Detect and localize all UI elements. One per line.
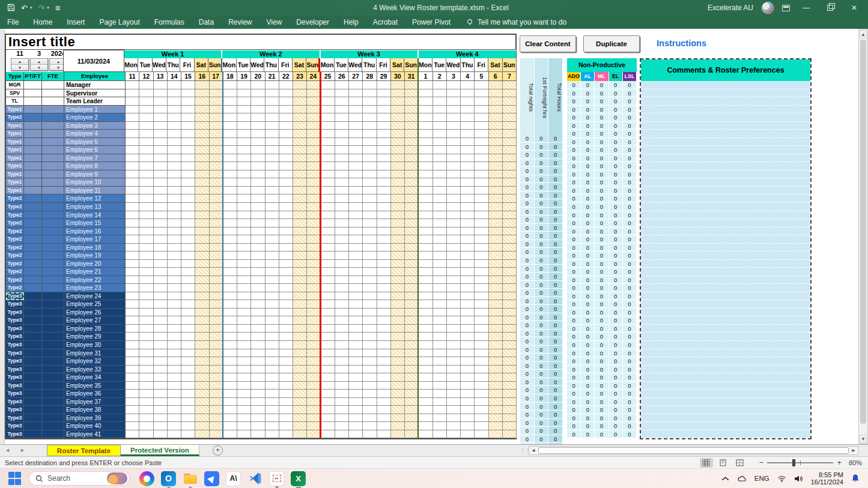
- fte-cell[interactable]: [42, 162, 64, 170]
- shift-cell[interactable]: [237, 97, 251, 106]
- nonproductive-value-cell[interactable]: 0: [595, 260, 609, 268]
- day-name-cell[interactable]: Sat: [293, 58, 306, 72]
- shift-cell[interactable]: [223, 366, 237, 374]
- shift-cell[interactable]: [139, 300, 153, 309]
- shift-cell[interactable]: [139, 154, 153, 163]
- totals-value-cell[interactable]: 0: [535, 151, 549, 159]
- comment-row[interactable]: [641, 138, 810, 146]
- shift-cell[interactable]: [391, 203, 405, 211]
- type-cell[interactable]: Type3: [6, 300, 24, 309]
- shift-cell[interactable]: [266, 292, 279, 301]
- fte-cell[interactable]: [42, 414, 64, 423]
- ptft-cell[interactable]: [24, 349, 42, 358]
- spin-up-icon[interactable]: ▲: [11, 59, 28, 65]
- shift-cell[interactable]: [293, 325, 307, 333]
- shift-cell[interactable]: [377, 194, 391, 203]
- nonproductive-value-cell[interactable]: 0: [595, 300, 609, 309]
- date-cell[interactable]: 29: [377, 72, 391, 81]
- shift-cell[interactable]: [489, 325, 503, 333]
- vertical-scrollbar[interactable]: ▲ ▼: [858, 29, 868, 444]
- shift-cell[interactable]: [419, 106, 432, 114]
- nonproductive-value-cell[interactable]: 0: [623, 194, 637, 203]
- totals-value-cell[interactable]: 0: [548, 265, 563, 273]
- shift-cell[interactable]: [433, 292, 447, 301]
- totals-value-cell[interactable]: 0: [520, 305, 535, 313]
- shift-cell[interactable]: [223, 300, 237, 309]
- employee-name-cell[interactable]: Employee 8: [64, 162, 126, 170]
- shift-cell[interactable]: [405, 268, 419, 276]
- shift-cell[interactable]: [419, 341, 432, 349]
- shift-cell[interactable]: [433, 316, 447, 325]
- shift-cell[interactable]: [391, 349, 405, 358]
- shift-cell[interactable]: [377, 406, 391, 414]
- nonproductive-value-cell[interactable]: 0: [595, 422, 609, 430]
- shift-cell[interactable]: [503, 244, 517, 252]
- shift-cell[interactable]: [363, 325, 377, 333]
- shift-cell[interactable]: [475, 268, 488, 276]
- shift-cell[interactable]: [475, 194, 488, 203]
- ptft-cell[interactable]: [24, 227, 42, 236]
- shift-cell[interactable]: [433, 349, 447, 358]
- nonproductive-value-cell[interactable]: 0: [581, 170, 595, 179]
- shift-cell[interactable]: [293, 316, 307, 325]
- shift-cell[interactable]: [363, 276, 377, 285]
- shift-cell[interactable]: [321, 260, 335, 268]
- shift-cell[interactable]: [293, 414, 307, 423]
- fte-cell[interactable]: [42, 146, 64, 154]
- totals-value-cell[interactable]: 0: [520, 232, 535, 240]
- shift-cell[interactable]: [126, 430, 139, 439]
- nonproductive-value-cell[interactable]: 0: [623, 235, 637, 244]
- totals-value-cell[interactable]: 0: [535, 362, 549, 370]
- type-cell[interactable]: Type3: [6, 316, 24, 325]
- sheet-tab-roster-template[interactable]: Roster Template: [47, 445, 121, 456]
- shift-cell[interactable]: [405, 194, 419, 203]
- shift-cell[interactable]: [363, 260, 377, 268]
- shift-cell[interactable]: [168, 154, 181, 163]
- ribbon-tab-page-layout[interactable]: Page Layout: [92, 17, 147, 28]
- shift-cell[interactable]: [447, 292, 461, 301]
- shift-cell[interactable]: [279, 325, 293, 333]
- shift-cell[interactable]: [391, 316, 405, 325]
- shift-cell[interactable]: [195, 268, 209, 276]
- shift-cell[interactable]: [461, 430, 475, 439]
- shift-cell[interactable]: [391, 113, 405, 122]
- shift-cell[interactable]: [139, 414, 153, 423]
- shift-cell[interactable]: [293, 292, 307, 301]
- shift-cell[interactable]: [237, 422, 251, 430]
- shift-cell[interactable]: [139, 194, 153, 203]
- nonproductive-value-cell[interactable]: 0: [623, 211, 637, 220]
- nonproductive-value-cell[interactable]: 0: [581, 300, 595, 309]
- fte-cell[interactable]: [42, 219, 64, 227]
- shift-cell[interactable]: [489, 292, 503, 301]
- shift-cell[interactable]: [419, 422, 432, 430]
- shift-cell[interactable]: [335, 170, 349, 179]
- shift-cell[interactable]: [307, 325, 321, 333]
- shift-cell[interactable]: [293, 422, 307, 430]
- nonproductive-value-cell[interactable]: 0: [623, 227, 637, 236]
- taskbar-app-copilot[interactable]: [139, 471, 154, 486]
- nonproductive-value-cell[interactable]: 0: [609, 138, 623, 146]
- shift-cell[interactable]: [489, 146, 503, 154]
- shift-cell[interactable]: [210, 178, 223, 187]
- shift-cell[interactable]: [154, 309, 168, 317]
- comment-row[interactable]: [641, 284, 810, 292]
- ribbon-tab-acrobat[interactable]: Acrobat: [366, 17, 405, 28]
- nonproductive-value-cell[interactable]: 0: [567, 422, 581, 430]
- shift-cell[interactable]: [181, 244, 195, 252]
- shift-cell[interactable]: [475, 227, 488, 236]
- shift-cell[interactable]: [307, 154, 321, 163]
- type-cell[interactable]: MGR: [6, 81, 24, 89]
- shift-cell[interactable]: [503, 122, 517, 130]
- nonproductive-value-cell[interactable]: 0: [609, 406, 623, 414]
- shift-cell[interactable]: [475, 219, 488, 227]
- shift-cell[interactable]: [419, 113, 432, 122]
- shift-cell[interactable]: [126, 357, 139, 366]
- shift-cell[interactable]: [489, 81, 503, 89]
- shift-cell[interactable]: [349, 89, 363, 98]
- date-cell[interactable]: 6: [489, 72, 503, 81]
- clear-content-button[interactable]: Clear Content: [520, 35, 576, 52]
- shift-cell[interactable]: [335, 81, 349, 89]
- shift-cell[interactable]: [210, 390, 223, 398]
- day-name-cell[interactable]: Wed: [348, 58, 362, 72]
- shift-cell[interactable]: [419, 414, 432, 423]
